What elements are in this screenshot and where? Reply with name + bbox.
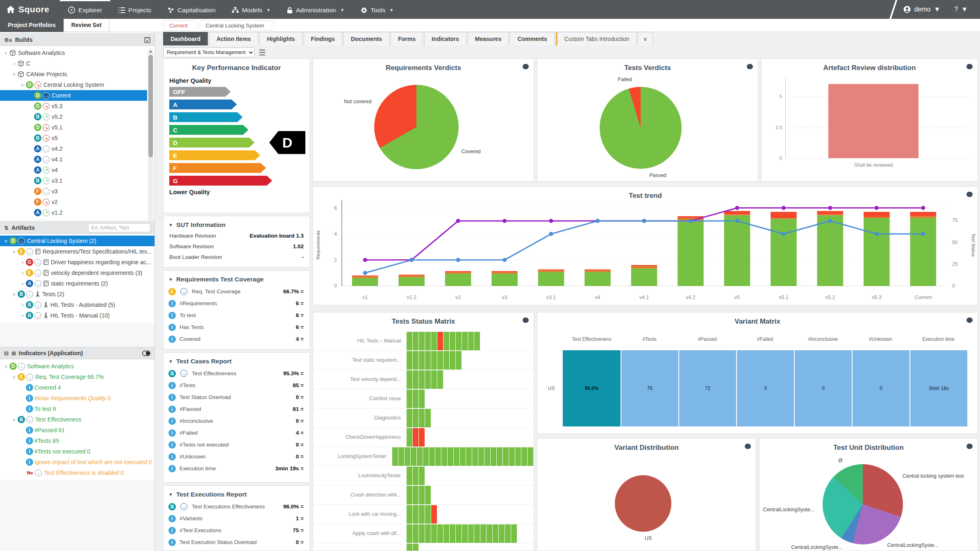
- pass-cell[interactable]: [392, 447, 398, 466]
- artifacts-header[interactable]: ⇅ Artifacts: [0, 222, 155, 234]
- indicator-item[interactable]: ∨D→Software Analytics: [0, 361, 155, 372]
- pass-cell[interactable]: [456, 524, 462, 543]
- pass-cell[interactable]: [528, 447, 533, 466]
- pass-cell[interactable]: [437, 351, 443, 370]
- pass-cell[interactable]: [437, 524, 443, 543]
- tab-documents[interactable]: Documents: [343, 32, 389, 45]
- tab-measures[interactable]: Measures: [468, 32, 509, 45]
- pass-cell[interactable]: [425, 505, 431, 524]
- pass-cell[interactable]: [503, 447, 509, 466]
- collapse-triangle-icon[interactable]: ▼: [168, 277, 173, 282]
- build-item[interactable]: ∨D↘Central Locking System: [0, 79, 147, 90]
- indicator-item[interactable]: i#Tests 85: [0, 435, 155, 446]
- pass-cell[interactable]: [450, 524, 455, 543]
- pass-cell[interactable]: [521, 447, 527, 466]
- pass-cell[interactable]: [511, 524, 517, 543]
- chevron-down-icon[interactable]: ∨: [19, 82, 26, 88]
- pass-cell[interactable]: [484, 447, 490, 466]
- tab-comments[interactable]: Comments: [510, 32, 554, 45]
- pass-cell[interactable]: [468, 524, 474, 543]
- collapse-icon[interactable]: ⊟: [4, 350, 9, 356]
- pass-cell[interactable]: [448, 447, 453, 466]
- tab-indicators[interactable]: Indicators: [424, 32, 466, 45]
- collapse-triangle-icon[interactable]: ▼: [168, 359, 173, 364]
- indicator-item[interactable]: i#Tests not executed 0: [0, 446, 155, 457]
- pass-cell[interactable]: [407, 370, 412, 389]
- build-item[interactable]: ∨CANoe Projects: [0, 69, 147, 79]
- pass-cell[interactable]: [456, 351, 462, 370]
- nav-item-administration[interactable]: Administration▼: [279, 0, 352, 19]
- tab-findings[interactable]: Findings: [304, 32, 342, 45]
- artifact-item[interactable]: ∨D→Central Locking System (2): [0, 236, 155, 246]
- pass-cell[interactable]: [413, 467, 418, 485]
- builds-header[interactable]: ⚙⚙ Builds: [0, 34, 155, 46]
- pass-cell[interactable]: [419, 390, 425, 408]
- tab-dashboard[interactable]: Dashboard: [163, 32, 208, 45]
- pass-cell[interactable]: [407, 544, 412, 551]
- build-item[interactable]: A→v4.1: [0, 154, 147, 165]
- build-item[interactable]: A↗v4: [0, 165, 147, 175]
- pass-cell[interactable]: [419, 524, 425, 543]
- pass-cell[interactable]: [515, 447, 521, 466]
- artifact-item[interactable]: >G→Driver happiness regarding engine ac.…: [0, 257, 155, 268]
- variant-matrix-cell[interactable]: 3: [737, 350, 794, 426]
- pass-cell[interactable]: [407, 505, 412, 524]
- artifact-item[interactable]: >B→HIL Tests - Automated (5): [0, 299, 155, 310]
- tab-forms[interactable]: Forms: [391, 32, 423, 45]
- pass-cell[interactable]: [450, 351, 455, 370]
- app-logo[interactable]: Squore: [0, 0, 60, 19]
- indicator-item[interactable]: iTo test 6: [0, 404, 155, 414]
- pass-cell[interactable]: [472, 447, 478, 466]
- pass-cell[interactable]: [419, 467, 425, 485]
- dashboard-view-select[interactable]: Requirement & Tests Management: [163, 48, 255, 57]
- pass-cell[interactable]: [443, 351, 449, 370]
- pass-cell[interactable]: [497, 447, 503, 466]
- nav-item-models[interactable]: Models▼: [224, 0, 279, 19]
- artifact-item[interactable]: ∨B→Tests (2): [0, 289, 155, 299]
- nav-item-tools[interactable]: Tools▼: [352, 0, 402, 19]
- artifact-item[interactable]: >B→HIL Tests - Manual (10): [0, 310, 155, 321]
- tab-action-items[interactable]: Action Items: [209, 32, 258, 45]
- variant-matrix-cell[interactable]: 72: [679, 350, 736, 426]
- chevron-down-icon[interactable]: ∨: [2, 238, 9, 244]
- indicator-item[interactable]: ∨B→Test Effectiveness: [0, 414, 155, 425]
- pass-cell[interactable]: [425, 351, 431, 370]
- nav-item-projects[interactable]: Projects: [110, 0, 159, 19]
- pass-cell[interactable]: [505, 524, 511, 543]
- breadcrumb-item[interactable]: Central Locking System: [200, 20, 272, 31]
- tab-custom-tabs-introduction[interactable]: Custom Tabs Introduction: [556, 32, 637, 45]
- pass-cell[interactable]: [398, 447, 404, 466]
- pass-cell[interactable]: [419, 351, 425, 370]
- pass-cell[interactable]: [431, 332, 437, 350]
- pass-cell[interactable]: [413, 409, 418, 427]
- indicator-item[interactable]: iRelax Requirements Quality 0: [0, 393, 155, 404]
- pass-cell[interactable]: [407, 390, 412, 408]
- pass-cell[interactable]: [419, 505, 425, 524]
- pass-cell[interactable]: [419, 409, 425, 427]
- pass-cell[interactable]: [468, 332, 474, 350]
- chevron-down-icon[interactable]: ∨: [11, 249, 18, 254]
- variant-matrix-cell[interactable]: 0: [853, 350, 910, 426]
- pass-cell[interactable]: [431, 524, 437, 543]
- pass-cell[interactable]: [425, 409, 431, 427]
- pass-cell[interactable]: [413, 505, 418, 524]
- build-item[interactable]: F↘v2: [0, 197, 147, 207]
- build-item[interactable]: A→v4.2: [0, 143, 147, 154]
- build-item[interactable]: ∨Software Analytics: [0, 48, 147, 58]
- pass-cell[interactable]: [474, 524, 480, 543]
- breadcrumb-item[interactable]: Current: [163, 20, 196, 31]
- chevron-right-icon[interactable]: >: [19, 260, 26, 265]
- artifact-item[interactable]: >A→static requirements (2): [0, 278, 155, 289]
- pass-cell[interactable]: [407, 351, 412, 370]
- pass-cell[interactable]: [413, 524, 418, 543]
- pass-cell[interactable]: [417, 447, 423, 466]
- pass-cell[interactable]: [462, 524, 468, 543]
- fail-cell[interactable]: [419, 428, 425, 447]
- pass-cell[interactable]: [425, 486, 431, 504]
- indicator-item[interactable]: i#Passed 81: [0, 425, 155, 435]
- chevron-right-icon[interactable]: >: [19, 313, 26, 318]
- pass-cell[interactable]: [419, 332, 425, 350]
- nav-item-capitalisation[interactable]: Capitalisation: [159, 0, 224, 19]
- fail-cell[interactable]: [437, 332, 443, 350]
- tab-highlights[interactable]: Highlights: [259, 32, 302, 45]
